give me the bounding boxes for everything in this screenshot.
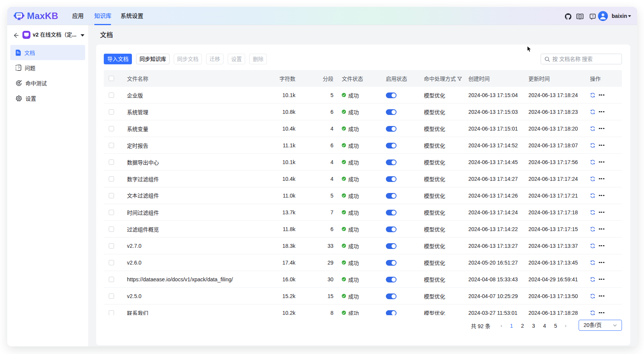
svg-text:?: ? bbox=[592, 14, 593, 18]
svg-text:?: ? bbox=[18, 65, 20, 70]
